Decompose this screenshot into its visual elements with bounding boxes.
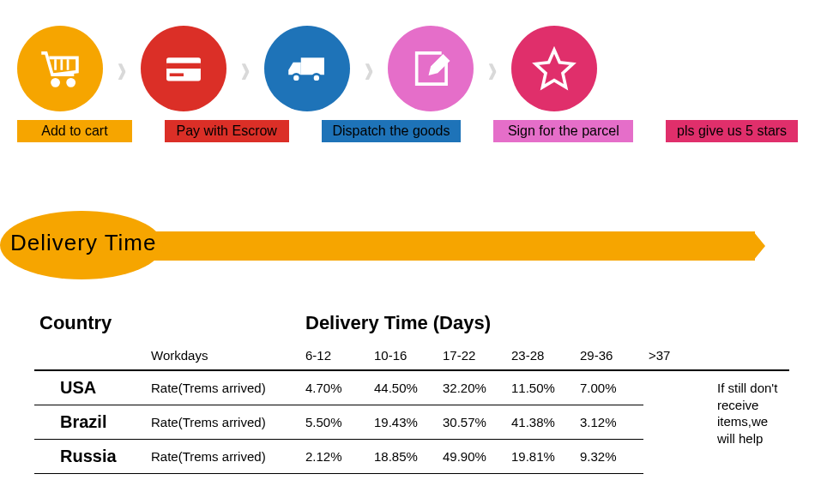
label-add-to-cart: Add to cart [17,120,132,142]
step-pay-escrow [141,26,226,111]
step-labels: Add to cart Pay with Escrow Dispatch the… [0,111,815,142]
chevron-icon: › [486,48,500,89]
table-row: Russia Rate(Trems arrived) 2.12% 18.85% … [34,440,789,474]
sign-icon [388,26,474,111]
svg-rect-5 [301,57,324,75]
step-add-to-cart [17,26,103,111]
range-4: 29-36 [575,341,643,370]
section-banner: Delivery Time [0,211,815,279]
rate-label: Rate(Trems arrived) [146,370,300,405]
svg-rect-4 [170,73,184,76]
label-dispatch: Dispatch the goods [322,120,462,142]
country-brazil: Brazil [34,405,146,440]
chevron-icon: › [115,48,130,89]
workdays-label: Workdays [146,341,300,370]
star-icon [511,26,597,111]
table-row: Brazil Rate(Trems arrived) 5.50% 19.43% … [34,405,789,440]
rate-label: Rate(Trems arrived) [146,440,300,474]
svg-rect-3 [166,63,201,69]
chevron-icon: › [362,48,377,89]
range-1: 10-16 [369,341,438,370]
cart-icon [17,26,103,111]
label-sign-parcel: Sign for the parcel [493,120,633,142]
process-steps: › › › › [0,0,815,111]
range-5: >37 [643,341,712,370]
svg-point-7 [312,74,320,81]
th-country: Country [34,305,146,341]
range-2: 17-22 [438,341,506,370]
step-dispatch [264,26,350,111]
credit-card-icon [141,26,226,111]
delivery-table: Country Delivery Time (Days) Workdays 6-… [34,305,789,474]
svg-point-0 [52,80,58,86]
label-five-stars: pls give us 5 stars [666,120,798,142]
label-pay-escrow: Pay with Escrow [165,120,289,142]
rate-label: Rate(Trems arrived) [146,405,300,440]
svg-rect-2 [166,57,201,81]
step-five-stars [511,26,597,111]
truck-icon [264,26,350,111]
range-0: 6-12 [300,341,369,370]
range-3: 23-28 [506,341,575,370]
chevron-icon: › [238,48,253,89]
th-delivery: Delivery Time (Days) [300,305,712,341]
country-russia: Russia [34,440,146,474]
table-row: USA Rate(Trems arrived) 4.70% 44.50% 32.… [34,370,789,405]
banner-title: Delivery Time [10,230,156,256]
svg-point-1 [68,80,74,86]
step-sign-parcel [388,26,474,111]
country-usa: USA [34,370,146,405]
side-note: If still don't receive items,we will hel… [712,370,789,474]
svg-point-6 [293,74,300,81]
